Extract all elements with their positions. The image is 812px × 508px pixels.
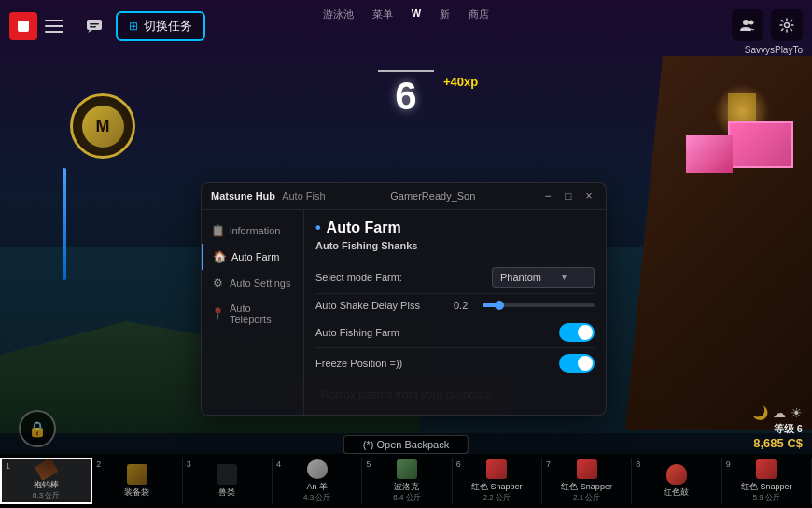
sidebar-item-auto-teleports[interactable]: 📍 Auto Teleports <box>202 296 303 332</box>
slot-num-2: 2 <box>96 459 101 469</box>
money-display: 8,685 C$ <box>752 436 803 450</box>
slot-label-6: 红色 Snapper <box>471 482 523 492</box>
slot-weight-7: 2.1 公斤 <box>573 492 600 502</box>
slot-num-9: 9 <box>726 459 731 469</box>
slot-label-1: 抱钓棒 <box>34 480 59 490</box>
hud-navigation: 游泳池 菜单 W 新 商店 <box>323 7 489 21</box>
slider-value: 0.2 <box>454 300 477 311</box>
auto-farm-icon: 🏠 <box>213 250 226 263</box>
center-hud: 游泳池 菜单 W 新 商店 <box>323 0 489 21</box>
toggle-thumb-1 <box>578 325 593 340</box>
hotbar-slot-4[interactable]: 4 An 羊 4.3 公斤 <box>273 458 362 504</box>
mode-name: Auto Fish <box>282 190 325 202</box>
hotbar-slot-8[interactable]: 8 红色鼓 <box>632 458 721 504</box>
auto-fishing-farm-label: Auto Fishing Farm <box>315 327 399 338</box>
auto-shake-delay-row: Auto Shake Delay Plss 0.2 <box>315 293 595 317</box>
menu-button[interactable] <box>45 12 73 40</box>
content-subtitle: Auto Fishing Shanks <box>315 240 595 251</box>
slot-num-7: 7 <box>546 459 551 469</box>
svg-point-4 <box>743 20 749 25</box>
svg-rect-0 <box>18 21 29 32</box>
drum-icon <box>666 464 687 485</box>
slot-weight-5: 6.4 公斤 <box>393 492 420 502</box>
auto-settings-label: Auto Settings <box>230 277 290 289</box>
window-controls: − □ × <box>540 189 596 204</box>
freeze-position-toggle[interactable] <box>559 354 595 373</box>
slot-label-5: 波洛克 <box>394 482 419 492</box>
snapper-icon-9 <box>756 459 777 479</box>
nav-new[interactable]: 新 <box>440 7 450 21</box>
select-mode-dropdown[interactable]: Phantom ▼ <box>492 267 595 288</box>
hotbar-slot-3[interactable]: 3 兽类 <box>183 458 273 504</box>
information-label: information <box>230 225 280 236</box>
slot-label-4: An 羊 <box>306 482 328 492</box>
players-button[interactable] <box>732 9 763 41</box>
hotbar-slot-9[interactable]: 9 红色 Snapper 5.9 公斤 <box>722 458 812 504</box>
sidebar-item-auto-farm[interactable]: 🏠 Auto Farm <box>202 244 303 270</box>
nav-shop[interactable]: 商店 <box>469 7 489 21</box>
svg-rect-2 <box>90 23 99 25</box>
slot-label-8: 红色鼓 <box>664 487 689 498</box>
fishing-rod-icon-1 <box>35 458 59 481</box>
hub-name: Matsune Hub <box>211 190 275 202</box>
auto-teleports-icon: 📍 <box>211 307 224 320</box>
close-button[interactable]: × <box>581 189 596 204</box>
username-display: SavvysPlayTo <box>745 45 803 55</box>
auto-fishing-farm-toggle[interactable] <box>559 323 595 342</box>
auto-shake-slider[interactable] <box>483 303 595 307</box>
slot-label-9: 红色 Snapper <box>741 482 792 492</box>
lock-button[interactable]: 🔒 <box>19 410 56 447</box>
slot-weight-1: 0.3 公斤 <box>33 490 60 501</box>
slot-label-2: 装备袋 <box>124 487 149 498</box>
slot-label-3: 兽类 <box>218 487 235 498</box>
slot-num-8: 8 <box>636 459 640 469</box>
auto-teleports-label: Auto Teleports <box>230 303 294 325</box>
freeze-position-label: Freeze Position =)) <box>315 358 402 369</box>
dock-crate-2 <box>686 135 733 173</box>
open-backpack-bar[interactable]: (*) Open Backpack <box>343 435 469 454</box>
cloud-icon: ☁ <box>773 405 786 420</box>
top-right-controls <box>732 9 803 41</box>
sidebar-item-auto-settings[interactable]: ⚙ Auto Settings <box>202 270 303 296</box>
switch-task-button[interactable]: ⊞ 切换任务 <box>116 11 205 41</box>
slot-num-5: 5 <box>366 459 371 469</box>
snapper-icon-7 <box>577 459 597 479</box>
dock-crate-1 <box>728 121 793 168</box>
hotbar-slot-7[interactable]: 7 红色 Snapper 2.1 公斤 <box>542 458 632 504</box>
nav-pool[interactable]: 游泳池 <box>323 7 354 21</box>
hotbar-slot-2[interactable]: 2 装备袋 <box>92 458 182 504</box>
information-icon: 📋 <box>211 224 224 237</box>
moon-icon: 🌙 <box>752 405 768 420</box>
window-sidebar: 📋 information 🏠 Auto Farm ⚙ Auto Setting… <box>202 210 304 415</box>
level-display: 等级 6 <box>752 422 803 436</box>
content-title: Auto Farm <box>315 219 595 236</box>
slot-weight-6: 2.2 公斤 <box>483 492 511 502</box>
counter-number: 6 <box>378 77 434 116</box>
select-mode-label: Select mode Farm: <box>315 272 402 283</box>
select-mode-row: Select mode Farm: Phantom ▼ <box>315 261 595 293</box>
settings-button[interactable] <box>771 9 803 41</box>
bag-icon <box>127 464 147 485</box>
slider-thumb <box>495 301 504 310</box>
svg-point-5 <box>749 21 754 25</box>
sheep-icon <box>307 459 328 479</box>
slot-num-4: 4 <box>276 459 281 469</box>
hotbar-slot-5[interactable]: 5 波洛克 6.4 公斤 <box>362 458 452 504</box>
minimize-button[interactable]: − <box>540 189 555 204</box>
counter-line <box>378 70 434 72</box>
chat-button[interactable] <box>80 12 108 40</box>
ui-window: Matsune Hub Auto Fish GamerReady_Son − □… <box>201 182 607 416</box>
nav-menu[interactable]: 菜单 <box>372 7 393 21</box>
roblox-logo <box>9 12 37 40</box>
hotbar-slot-1[interactable]: 1 抱钓棒 0.3 公斤 <box>0 458 92 504</box>
slot-num-3: 3 <box>187 459 191 469</box>
switch-icon: ⊞ <box>129 20 138 33</box>
slot-label-7: 红色 Snapper <box>561 482 612 492</box>
pollock-icon <box>397 459 417 479</box>
sidebar-item-information[interactable]: 📋 information <box>202 218 303 244</box>
hotbar: 1 抱钓棒 0.3 公斤 2 装备袋 3 兽类 4 An 羊 4.3 公斤 5 … <box>0 454 812 508</box>
window-body: 📋 information 🏠 Auto Farm ⚙ Auto Setting… <box>202 210 606 415</box>
hotbar-slot-6[interactable]: 6 红色 Snapper 2.2 公斤 <box>453 458 542 504</box>
maximize-button[interactable]: □ <box>561 189 576 204</box>
freeze-position-row: Freeze Position =)) <box>315 347 595 378</box>
